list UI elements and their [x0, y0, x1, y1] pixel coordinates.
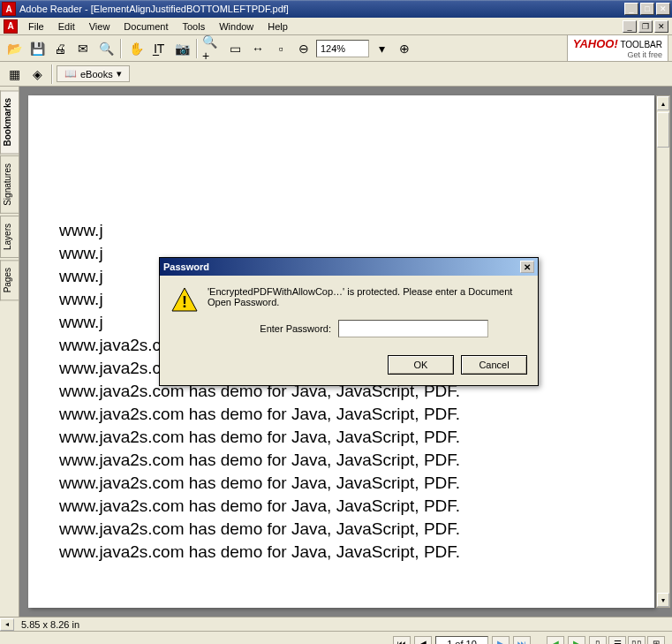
ok-button[interactable]: OK	[388, 355, 454, 375]
separator	[51, 64, 53, 84]
password-dialog: Password ✕ ! 'EncryptedPDFWithAllowCop…'…	[159, 257, 539, 386]
continuous-view-icon[interactable]: ☰	[608, 636, 626, 645]
text-line: www.java2s.com has demo for Java, JavaSc…	[28, 518, 654, 541]
fit-width-icon[interactable]: ↔	[247, 38, 268, 59]
scroll-left-icon[interactable]: ◂	[0, 618, 14, 631]
sidebar-tab-bookmarks[interactable]: Bookmarks	[0, 90, 19, 154]
sidebar-tab-signatures[interactable]: Signatures	[0, 155, 19, 214]
save-icon[interactable]: 💾	[26, 38, 48, 59]
text-line: www.java2s.com has demo for Java, JavaSc…	[28, 449, 654, 472]
open-icon[interactable]: 📂	[4, 38, 25, 59]
zoom-out-button[interactable]: ⊖	[293, 38, 314, 59]
menu-window[interactable]: Window	[212, 19, 260, 34]
menu-document[interactable]: Document	[117, 19, 175, 34]
facing-view-icon[interactable]: ▯▯	[628, 636, 646, 645]
forward-button[interactable]: ▶	[568, 636, 585, 645]
single-page-view-icon[interactable]: ▯	[589, 636, 607, 645]
app-icon: A	[2, 2, 16, 16]
text-line: www.java2s.com has demo for Java, JavaSc…	[28, 403, 654, 426]
dialog-close-button[interactable]: ✕	[520, 261, 534, 273]
horizontal-scrollbar: ◂ 5.85 x 8.26 in	[0, 617, 672, 631]
dialog-message: 'EncryptedPDFWithAllowCop…' is protected…	[208, 286, 527, 307]
sidebar-tab-pages[interactable]: Pages	[0, 260, 19, 300]
title-text: Adobe Reader - [ElementAlignJustifiedBOT…	[19, 4, 624, 14]
zoom-in-icon[interactable]: 🔍+	[201, 38, 223, 59]
text-line: www.j	[28, 219, 654, 242]
first-page-button[interactable]: ⏮	[393, 636, 411, 645]
scroll-thumb[interactable]	[657, 112, 669, 148]
zoom-input[interactable]: 124%	[316, 40, 369, 57]
text-line: www.java2s.com has demo for Java, JavaSc…	[28, 541, 654, 564]
sidebar: Bookmarks Signatures Layers Pages	[0, 87, 19, 617]
scroll-down-icon[interactable]: ▾	[657, 593, 669, 607]
svg-text:!: !	[182, 293, 187, 311]
doc-icon: A	[4, 19, 18, 34]
toolbar-main: 📂 💾 🖨 ✉ 🔍 ✋ I̲T 📷 🔍+ ▭ ↔ ▫ ⊖ 124% ▾ ⊕ YA…	[0, 35, 672, 62]
print-icon[interactable]: 🖨	[49, 38, 71, 59]
scroll-up-icon[interactable]: ▴	[657, 96, 669, 110]
doc-close-button[interactable]: ✕	[654, 20, 668, 33]
ebooks-button[interactable]: 📖 eBooks ▾	[57, 65, 130, 82]
vertical-scrollbar[interactable]: ▴ ▾	[656, 95, 670, 608]
password-input[interactable]	[338, 320, 488, 337]
menu-view[interactable]: View	[82, 19, 117, 34]
last-page-button[interactable]: ⏭	[513, 636, 531, 645]
close-button[interactable]: ✕	[656, 3, 670, 15]
statusbar: ⏮ ◀ 1 of 10 ▶ ⏭ ◀ ▶ ▯ ☰ ▯▯ ⊞	[0, 631, 672, 644]
menu-help[interactable]: Help	[260, 19, 295, 34]
zoom-dropdown-icon[interactable]: ▾	[371, 38, 392, 59]
titlebar: A Adobe Reader - [ElementAlignJustifiedB…	[0, 0, 672, 18]
text-line: www.java2s.com has demo for Java, JavaSc…	[28, 426, 654, 449]
maximize-button[interactable]: □	[640, 3, 654, 15]
menu-edit[interactable]: Edit	[51, 19, 82, 34]
menu-file[interactable]: File	[21, 19, 51, 34]
actual-size-icon[interactable]: ▫	[270, 38, 291, 59]
separator	[120, 39, 122, 58]
warning-icon: !	[170, 286, 199, 314]
menu-tools[interactable]: Tools	[176, 19, 213, 34]
tool-icon-1[interactable]: ▦	[4, 64, 25, 85]
minimize-button[interactable]: _	[624, 3, 638, 15]
ebooks-icon: 📖	[64, 68, 77, 80]
search-icon[interactable]: 🔍	[95, 38, 117, 59]
prev-page-button[interactable]: ◀	[414, 636, 432, 645]
back-button[interactable]: ◀	[547, 636, 564, 645]
continuous-facing-view-icon[interactable]: ⊞	[647, 636, 665, 645]
dialog-titlebar: Password ✕	[160, 258, 538, 276]
page-number-input[interactable]: 1 of 10	[435, 636, 488, 645]
tool-icon-2[interactable]: ◈	[26, 64, 48, 85]
text-line: www.java2s.com has demo for Java, JavaSc…	[28, 495, 654, 518]
chevron-down-icon: ▾	[117, 68, 122, 80]
yahoo-toolbar-ad[interactable]: YAHOO! TOOLBAR Get it free	[567, 34, 668, 62]
sidebar-tab-layers[interactable]: Layers	[0, 216, 19, 258]
zoom-in-button[interactable]: ⊕	[394, 38, 415, 59]
separator	[196, 39, 198, 58]
email-icon[interactable]: ✉	[72, 38, 94, 59]
toolbar-secondary: ▦ ◈ 📖 eBooks ▾	[0, 62, 672, 87]
text-line: www.java2s.com has demo for Java, JavaSc…	[28, 472, 654, 495]
menubar: A File Edit View Document Tools Window H…	[0, 18, 672, 35]
doc-minimize-button[interactable]: _	[623, 20, 637, 33]
hand-tool-icon[interactable]: ✋	[125, 38, 147, 59]
snapshot-icon[interactable]: 📷	[171, 38, 193, 59]
text-select-icon[interactable]: I̲T	[148, 38, 170, 59]
next-page-button[interactable]: ▶	[492, 636, 510, 645]
page-dimensions: 5.85 x 8.26 in	[14, 619, 79, 630]
doc-restore-button[interactable]: ❐	[638, 20, 653, 33]
fit-page-icon[interactable]: ▭	[224, 38, 245, 59]
dialog-title: Password	[163, 261, 520, 272]
cancel-button[interactable]: Cancel	[461, 355, 527, 375]
password-label: Enter Password:	[208, 323, 331, 334]
